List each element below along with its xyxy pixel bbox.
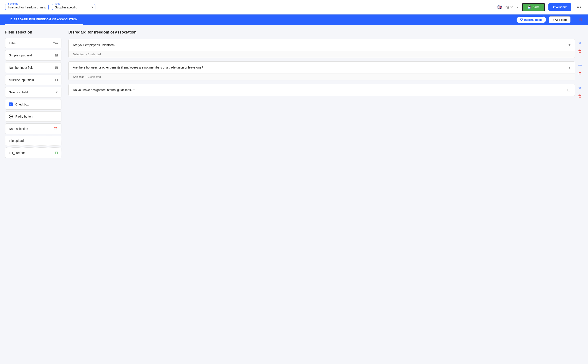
save-button[interactable]: 💾 Save	[522, 3, 545, 11]
multiline-text: Multiline input field	[9, 78, 34, 82]
question-3-edit-button[interactable]: ✏	[577, 85, 583, 91]
trash-icon: 🗑	[579, 18, 583, 22]
question-3-text: Do you have designated internal guidelin…	[73, 88, 135, 92]
form-area-title: Disregard for freedom of association	[68, 30, 583, 35]
lang-arrow-icon: →	[515, 5, 519, 10]
question-3-header: Do you have designated internal guidelin…	[69, 84, 575, 96]
field-item-tax-number[interactable]: tax_number ⊡	[5, 147, 61, 158]
question-1-selection-count: 3 selected	[88, 53, 101, 56]
overview-button[interactable]: Overview	[548, 3, 571, 11]
form-title-label: Form title	[7, 2, 19, 5]
field-item-file-upload[interactable]: File upload	[5, 136, 61, 146]
question-2-delete-button[interactable]: 🗑	[577, 71, 583, 77]
number-input-text: Number input field	[9, 66, 33, 69]
simple-input-text: Simple input field	[9, 54, 32, 57]
question-2-card: Are there bonuses or other benefits if e…	[68, 61, 575, 80]
area-label: Area	[54, 2, 61, 5]
question-1-selection-label: Selection	[73, 53, 84, 56]
calendar-icon: 📅	[53, 127, 58, 131]
flag-icon: 🇬🇧	[497, 5, 502, 10]
question-1-wrapper: Are your employees unionized? ▾ Selectio…	[68, 39, 583, 58]
question-2-edit-button[interactable]: ✏	[577, 62, 583, 69]
question-3-wrapper: Do you have designated internal guidelin…	[68, 84, 583, 99]
question-1-selection-bar: Selection › 3 selected	[69, 51, 575, 58]
step-bar-right: 🛡 Internal fields + Add step ✏ 🗑	[516, 16, 588, 23]
question-3-input-icon: ⊡	[567, 88, 570, 92]
delete-icon: 🗑	[578, 49, 582, 53]
chevron-right-icon-2: ›	[86, 75, 86, 78]
edit-icon: ✏	[578, 41, 582, 45]
question-3-delete-button[interactable]: 🗑	[577, 93, 583, 99]
language-text: English	[503, 5, 513, 9]
radio-text: Radio button	[15, 115, 33, 118]
add-step-label: + Add step	[553, 18, 567, 21]
text-format-icon: Tт	[53, 41, 58, 45]
question-3-actions: ✏ 🗑	[577, 84, 583, 99]
field-item-multiline[interactable]: Multiline input field ⊡	[5, 75, 61, 85]
question-3-card: Do you have designated internal guidelin…	[68, 84, 575, 96]
field-item-selection[interactable]: Selection field ▾	[5, 87, 61, 98]
internal-fields-label: Internal fields	[524, 18, 542, 21]
chevron-right-icon: ›	[86, 53, 86, 56]
radio-label-left: Radio button	[9, 115, 33, 118]
field-item-date[interactable]: Date selection 📅	[5, 124, 61, 134]
number-input-icon: ⊡	[55, 65, 58, 70]
date-selection-text: Date selection	[9, 127, 28, 130]
selection-field-text: Selection field	[9, 91, 28, 94]
step-tab[interactable]: DISREGARD FOR FREEDOM OF ASSOCIATION	[5, 15, 83, 25]
more-button[interactable]: •••	[575, 4, 583, 11]
area-value: Supplier specific	[55, 6, 77, 9]
question-2-selection-count: 3 selected	[88, 75, 101, 78]
question-2-expand-icon[interactable]: ▾	[568, 65, 570, 70]
delete-step-button[interactable]: 🗑	[579, 18, 583, 22]
question-1-text: Are your employees unionized?	[73, 43, 115, 47]
internal-fields-button[interactable]: 🛡 Internal fields	[516, 16, 546, 23]
edit-step-button[interactable]: ✏	[573, 17, 576, 22]
radio-icon	[9, 115, 13, 118]
question-1-delete-button[interactable]: 🗑	[577, 48, 583, 54]
multiline-icon: ⊡	[55, 78, 58, 82]
overview-label: Overview	[553, 5, 567, 9]
field-item-number-input[interactable]: Number input field ⊡	[5, 62, 61, 73]
field-item-checkbox[interactable]: ✓ Checkbox	[5, 99, 61, 110]
field-selection-title: Field selection	[5, 30, 61, 35]
delete-icon-3: 🗑	[578, 94, 582, 98]
form-area: Disregard for freedom of association Are…	[68, 30, 583, 353]
file-upload-text: File upload	[9, 139, 24, 143]
main-content: Field selection Label Tт Simple input fi…	[0, 25, 588, 359]
question-1-header: Are your employees unionized? ▾	[69, 39, 575, 51]
shield-icon: 🛡	[520, 18, 523, 21]
question-2-selection-label: Selection	[73, 75, 84, 78]
language-selector[interactable]: 🇬🇧 English →	[497, 5, 519, 10]
tax-number-text: tax_number	[9, 151, 25, 155]
question-1-edit-button[interactable]: ✏	[577, 40, 583, 46]
top-bar: Form title Area Supplier specific ▾ 🇬🇧 E…	[0, 0, 588, 14]
checkbox-label-left: ✓ Checkbox	[9, 103, 29, 106]
checkbox-icon: ✓	[9, 103, 13, 106]
more-icon: •••	[576, 5, 581, 10]
question-1-expand-icon[interactable]: ▾	[568, 43, 570, 47]
checkbox-text: Checkbox	[15, 103, 29, 106]
field-item-radio[interactable]: Radio button	[5, 111, 61, 122]
selection-icon: ▾	[56, 90, 58, 94]
area-select[interactable]: Area Supplier specific ▾	[52, 4, 95, 10]
step-bar: DISREGARD FOR FREEDOM OF ASSOCIATION 🛡 I…	[0, 14, 588, 25]
pencil-icon: ✏	[573, 18, 576, 22]
area-chevron-icon: ▾	[91, 5, 93, 9]
form-title-field[interactable]: Form title	[5, 4, 49, 10]
save-label: Save	[532, 5, 540, 9]
edit-icon-2: ✏	[578, 63, 582, 68]
question-2-selection-bar: Selection › 3 selected	[69, 73, 575, 80]
field-item-label[interactable]: Label Tт	[5, 38, 61, 48]
question-2-wrapper: Are there bonuses or other benefits if e…	[68, 61, 583, 80]
field-item-simple-input[interactable]: Simple input field ⊡	[5, 50, 61, 60]
edit-icon-3: ✏	[578, 86, 582, 90]
form-title-input[interactable]	[8, 6, 46, 9]
add-step-button[interactable]: + Add step	[549, 16, 570, 23]
tax-number-icon: ⊡	[55, 151, 58, 155]
delete-icon-2: 🗑	[578, 71, 582, 76]
question-2-actions: ✏ 🗑	[577, 61, 583, 77]
question-2-header: Are there bonuses or other benefits if e…	[69, 62, 575, 73]
field-label-text: Label	[9, 41, 16, 45]
input-icon: ⊡	[55, 53, 58, 57]
